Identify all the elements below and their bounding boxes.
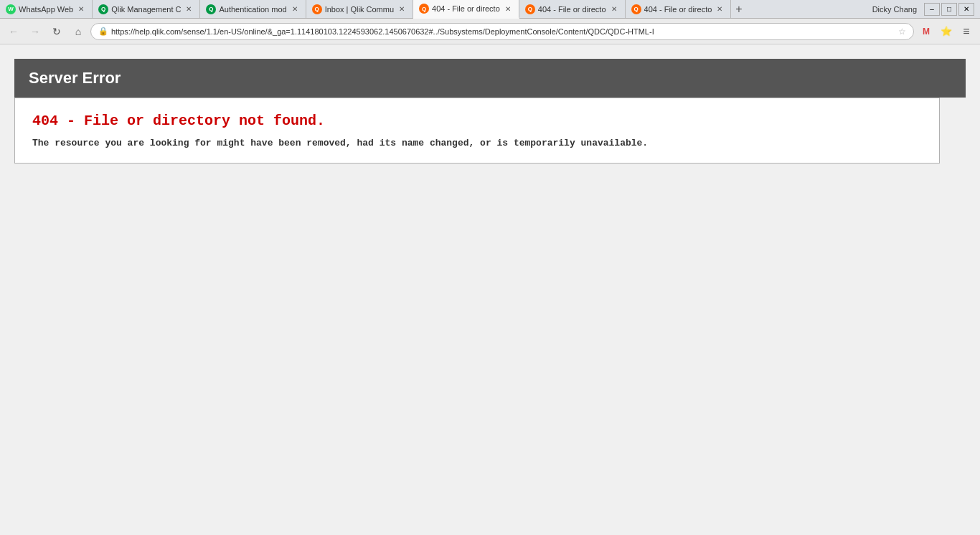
tab-close-whatsapp[interactable]: ✕ xyxy=(76,4,86,14)
gmail-button[interactable]: M xyxy=(917,22,936,41)
nav-toolbar: M ⭐ ≡ xyxy=(917,22,976,41)
bookmark-button[interactable]: ⭐ xyxy=(937,22,956,41)
page-content: Server Error 404 - File or directory not… xyxy=(0,44,980,535)
menu-button[interactable]: ≡ xyxy=(957,22,976,41)
tab-close-inbox[interactable]: ✕ xyxy=(397,4,407,14)
tab-404-3[interactable]: Q 404 - File or directo ✕ xyxy=(626,0,732,18)
back-button[interactable]: ← xyxy=(4,22,23,41)
star-icon[interactable]: ☆ xyxy=(898,27,906,37)
tab-favicon-whatsapp: W xyxy=(6,4,16,14)
title-bar-right: Dicky Chang – □ ✕ xyxy=(867,0,980,18)
close-button[interactable]: ✕ xyxy=(958,3,974,16)
tab-label-inbox: Inbox | Qlik Commu xyxy=(325,5,394,14)
tab-favicon-qlik: Q xyxy=(98,4,108,14)
error-description: The resource you are looking for might h… xyxy=(32,138,922,148)
user-name: Dicky Chang xyxy=(872,5,921,14)
maximize-button[interactable]: □ xyxy=(941,3,957,16)
tab-whatsapp[interactable]: W WhatsApp Web ✕ xyxy=(0,0,93,18)
refresh-button[interactable]: ↻ xyxy=(47,22,66,41)
tab-label-404-active: 404 - File or directo xyxy=(432,4,500,13)
tab-404-active[interactable]: Q 404 - File or directo ✕ xyxy=(413,0,519,19)
tab-close-qlik[interactable]: ✕ xyxy=(184,4,194,14)
browser-window: W WhatsApp Web ✕ Q Qlik Management C ✕ Q… xyxy=(0,0,980,535)
tab-close-404-3[interactable]: ✕ xyxy=(715,4,725,14)
lock-icon: 🔒 xyxy=(98,27,108,36)
forward-button[interactable]: → xyxy=(26,22,44,41)
tab-label-404-2: 404 - File or directo xyxy=(538,5,606,14)
error-404-heading: 404 - File or directory not found. xyxy=(32,113,922,129)
tab-favicon-404-2: Q xyxy=(525,4,535,14)
minimize-button[interactable]: – xyxy=(924,3,940,16)
tab-favicon-404-3: Q xyxy=(631,4,641,14)
address-bar[interactable]: 🔒 https://help.qlik.com/sense/1.1/en-US/… xyxy=(90,23,914,40)
tab-inbox[interactable]: Q Inbox | Qlik Commu ✕ xyxy=(306,0,413,18)
new-tab-button[interactable]: + xyxy=(731,0,746,18)
tab-label-whatsapp: WhatsApp Web xyxy=(19,5,73,14)
window-controls: – □ ✕ xyxy=(924,3,974,16)
tab-close-auth[interactable]: ✕ xyxy=(290,4,300,14)
tab-label-qlik: Qlik Management C xyxy=(111,5,181,14)
tab-favicon-inbox: Q xyxy=(312,4,322,14)
server-error-title: Server Error xyxy=(14,59,966,98)
tab-label-404-3: 404 - File or directo xyxy=(644,5,712,14)
tab-qlik-mgmt[interactable]: Q Qlik Management C ✕ xyxy=(93,0,200,18)
tab-close-404-active[interactable]: ✕ xyxy=(503,4,513,14)
tab-close-404-2[interactable]: ✕ xyxy=(609,4,619,14)
tab-label-auth: Authentication mod xyxy=(219,5,286,14)
home-button[interactable]: ⌂ xyxy=(69,22,88,41)
tab-auth[interactable]: Q Authentication mod ✕ xyxy=(200,0,306,18)
nav-bar: ← → ↻ ⌂ 🔒 https://help.qlik.com/sense/1.… xyxy=(0,19,980,44)
error-box: 404 - File or directory not found. The r… xyxy=(14,98,940,164)
url-text: https://help.qlik.com/sense/1.1/en-US/on… xyxy=(111,27,895,36)
tab-404-2[interactable]: Q 404 - File or directo ✕ xyxy=(519,0,626,18)
tab-favicon-404-active: Q xyxy=(419,4,429,14)
title-bar: W WhatsApp Web ✕ Q Qlik Management C ✕ Q… xyxy=(0,0,980,19)
tab-favicon-auth: Q xyxy=(206,4,216,14)
